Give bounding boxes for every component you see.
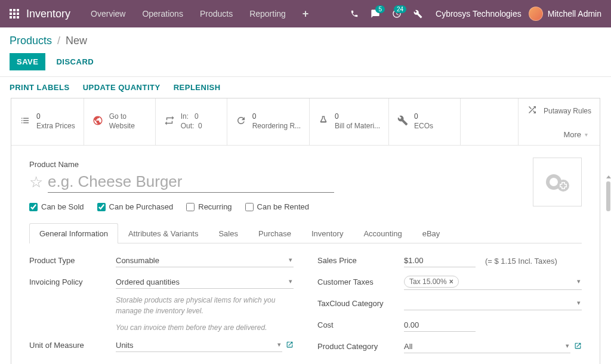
svg-rect-15 [561,185,566,187]
chevron-down-icon: ▾ [585,131,588,138]
scrollbar[interactable] [606,181,610,364]
stat-extra-prices[interactable]: 0Extra Prices [11,98,84,145]
check-can-be-sold[interactable]: Can be Sold [29,202,84,211]
content: 0Extra Prices Go toWebsite In: 0 Out: 0 [0,98,611,364]
product-checks: Can be Sold Can be Purchased Recurring C… [29,202,582,211]
save-button[interactable]: SAVE [10,53,45,70]
form-grid: Product Type Invoicing Policy Storable p… [29,254,582,364]
check-can-be-rented[interactable]: Can be Rented [245,202,309,211]
uom-label: Unit of Measure [29,339,116,350]
invoicing-policy-select[interactable] [116,276,294,289]
stat-reordering[interactable]: 0Reordering R... [227,98,310,145]
stat-bom[interactable]: 0Bill of Materi... [310,98,389,145]
camera-plus-icon [543,170,572,194]
external-link-icon[interactable] [286,341,294,350]
breadcrumb-parent[interactable]: Products [10,35,52,47]
tab-sales[interactable]: Sales [208,223,248,243]
breadcrumb-sep: / [57,35,60,47]
user-menu[interactable]: Mitchell Admin [529,7,601,21]
stat-row: 0Extra Prices Go toWebsite In: 0 Out: 0 [11,98,600,146]
tab-purchase[interactable]: Purchase [248,223,301,243]
company-name[interactable]: Cybrosys Technologies [428,9,529,18]
product-category-label: Product Category [317,340,404,351]
apps-icon[interactable] [10,9,19,18]
form-sheet: 0Extra Prices Go toWebsite In: 0 Out: 0 [11,98,600,364]
print-labels-button[interactable]: PRINT LABELS [10,83,70,92]
cost-input[interactable] [404,319,476,332]
product-image-upload[interactable] [533,158,582,206]
svg-rect-5 [17,13,19,15]
phone-icon[interactable] [344,10,365,18]
nav-add-icon[interactable]: + [294,8,317,20]
form-body: Product Name ☆ Can be Sold Can be Pu [11,146,600,364]
svg-rect-2 [17,9,19,11]
product-category-select[interactable] [404,340,570,353]
globe-icon [92,115,103,129]
tab-attributes-variants[interactable]: Attributes & Variants [118,223,209,243]
control-panel: Products / New SAVE DISCARD [0,27,611,70]
update-quantity-button[interactable]: UPDATE QUANTITY [83,83,161,92]
cost-label: Cost [317,319,404,329]
svg-point-10 [550,178,558,186]
stat-ecos[interactable]: 0ECOs [389,98,461,145]
tab-accounting[interactable]: Accounting [353,223,412,243]
product-type-select[interactable] [116,254,294,267]
main-navbar: Inventory Overview Operations Products R… [0,0,611,27]
action-buttons: SAVE DISCARD [10,53,601,70]
right-column: Sales Price (= $ 1.15 Incl. Taxes) Custo… [317,254,582,364]
svg-rect-1 [13,9,16,11]
tools-icon[interactable] [408,10,428,18]
customer-taxes-label: Customer Taxes [317,276,404,286]
tax-tag[interactable]: Tax 15.00% × [404,276,459,288]
flask-icon [318,115,329,129]
nav-overview[interactable]: Overview [82,9,134,18]
scrollbar-thumb[interactable] [606,181,610,211]
invoicing-policy-label: Invoicing Policy [29,276,116,286]
avatar [529,7,543,21]
tab-inventory[interactable]: Inventory [301,223,353,243]
favorite-star-icon[interactable]: ☆ [29,173,43,192]
scroll-up-icon[interactable] [606,175,611,178]
activity-badge: 24 [394,5,406,13]
stat-website[interactable]: Go toWebsite [84,98,156,145]
breadcrumb-current: New [66,35,87,47]
help-text-1: Storable products are physical items for… [116,295,294,316]
nav-reporting[interactable]: Reporting [241,9,294,18]
stat-putaway[interactable]: Putaway Rules [519,98,600,124]
uom-select[interactable] [116,339,282,352]
app-name[interactable]: Inventory [26,8,70,20]
svg-rect-7 [13,16,16,18]
form-tabs: General Information Attributes & Variant… [29,223,582,243]
nav-operations[interactable]: Operations [134,9,191,18]
check-can-be-purchased[interactable]: Can be Purchased [97,202,174,211]
svg-rect-0 [10,9,12,11]
tag-remove-icon[interactable]: × [449,277,453,286]
tab-general-information[interactable]: General Information [29,223,118,243]
replenish-button[interactable]: REPLENISH [174,83,221,92]
incl-taxes-text: (= $ 1.15 Incl. Taxes) [485,257,557,266]
product-type-label: Product Type [29,254,116,265]
tab-ebay[interactable]: eBay [412,223,450,243]
check-recurring[interactable]: Recurring [186,202,232,211]
activity-icon[interactable]: 24 [386,9,408,18]
user-name: Mitchell Admin [548,9,601,18]
wrench-icon [397,115,408,129]
left-column: Product Type Invoicing Policy Storable p… [29,254,294,364]
sales-price-input[interactable] [404,254,476,267]
svg-rect-4 [13,13,16,15]
breadcrumb: Products / New [10,35,601,47]
list-icon [20,115,30,129]
internal-ref-label: Internal Reference [317,362,404,364]
stat-more[interactable]: More ▾ [519,124,600,145]
stat-in-out[interactable]: In: 0 Out: 0 [156,98,227,145]
product-name-input[interactable] [48,171,334,193]
help-text-2: You can invoice them before they are del… [116,322,294,333]
discard-button[interactable]: DISCARD [54,53,96,70]
svg-rect-8 [17,16,19,18]
nav-products[interactable]: Products [192,9,241,18]
chat-icon[interactable]: 5 [365,9,386,18]
taxcloud-select[interactable] [404,297,582,310]
transfer-icon [164,115,175,129]
external-link-icon[interactable] [574,342,582,351]
action-bar: PRINT LABELS UPDATE QUANTITY REPLENISH [0,76,611,98]
